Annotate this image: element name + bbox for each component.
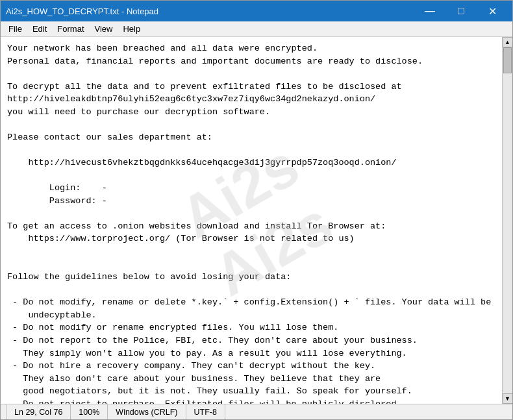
zoom-level: 100%: [71, 404, 108, 419]
menu-help[interactable]: Help: [118, 23, 145, 35]
line-ending: Windows (CRLF): [108, 404, 186, 419]
window-title: Ai2s_HOW_TO_DECRYPT.txt - Notepad: [6, 6, 158, 16]
maximize-button[interactable]: □: [446, 2, 476, 20]
vertical-scrollbar[interactable]: ▲ ▼: [502, 37, 512, 404]
cursor-position: Ln 29, Col 76: [6, 404, 71, 419]
minimize-button[interactable]: —: [415, 2, 445, 20]
notepad-window: Ai2s_HOW_TO_DECRYPT.txt - Notepad — □ ✕ …: [0, 0, 513, 420]
scroll-up-button[interactable]: ▲: [503, 37, 513, 47]
scroll-thumb[interactable]: [503, 47, 512, 73]
scroll-track[interactable]: [503, 47, 513, 393]
scroll-down-button[interactable]: ▼: [503, 393, 513, 404]
menu-format[interactable]: Format: [52, 23, 89, 35]
status-bar: Ln 29, Col 76 100% Windows (CRLF) UTF-8: [1, 404, 512, 419]
encoding: UTF-8: [186, 404, 225, 419]
editor-area: Your network has been breached and all d…: [1, 37, 512, 404]
title-controls: — □ ✕: [415, 2, 507, 20]
title-bar: Ai2s_HOW_TO_DECRYPT.txt - Notepad — □ ✕: [1, 1, 512, 21]
menu-edit[interactable]: Edit: [27, 23, 52, 35]
text-editor[interactable]: Your network has been breached and all d…: [1, 37, 502, 404]
menu-file[interactable]: File: [3, 23, 27, 35]
menu-view[interactable]: View: [90, 23, 118, 35]
close-button[interactable]: ✕: [477, 2, 507, 20]
menu-bar: File Edit Format View Help: [1, 21, 512, 37]
